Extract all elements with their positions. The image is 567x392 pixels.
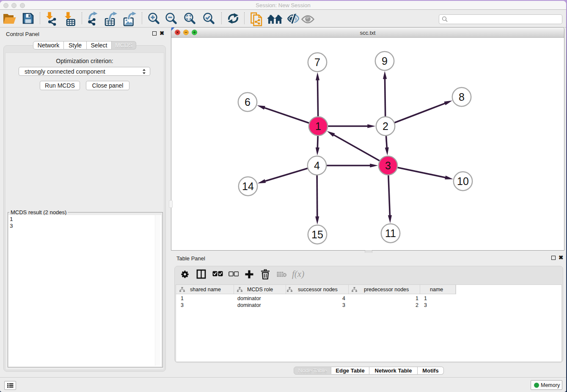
svg-text:3: 3: [385, 160, 391, 171]
svg-text:9: 9: [382, 55, 388, 67]
svg-text:8: 8: [459, 91, 465, 103]
svg-text:6: 6: [245, 96, 250, 108]
svg-text:10: 10: [457, 175, 469, 187]
svg-text:2: 2: [383, 120, 388, 132]
svg-text:15: 15: [311, 229, 323, 240]
svg-text:1: 1: [315, 120, 321, 132]
svg-text:11: 11: [385, 227, 396, 239]
svg-text:4: 4: [314, 160, 320, 171]
svg-text:7: 7: [314, 56, 320, 68]
svg-text:14: 14: [242, 180, 254, 192]
